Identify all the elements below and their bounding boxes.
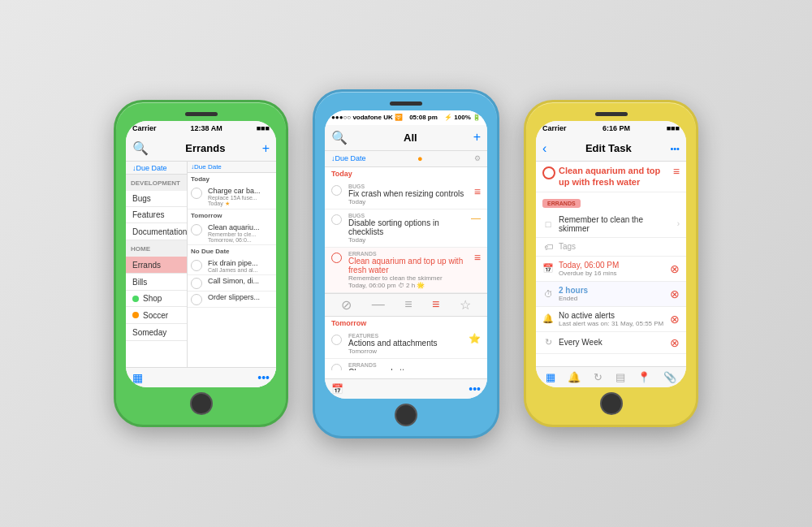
task-order-slippers[interactable]: Order slippers... (188, 292, 276, 308)
home-button-2[interactable] (395, 404, 417, 426)
toolbar-circle-icon[interactable]: ⊘ (341, 297, 352, 313)
time-1: 12:38 AM (191, 124, 222, 132)
battery-3: ■■■ (667, 124, 680, 132)
more-icon-1[interactable]: ••• (257, 371, 270, 384)
carrier-3: Carrier (542, 124, 567, 132)
add-button-1[interactable]: + (262, 141, 270, 156)
today-label-1: Today (188, 173, 276, 185)
task-fix-crash[interactable]: BUGS Fix crash when resizing controls To… (325, 180, 487, 210)
task-circle-8 (331, 253, 342, 263)
filter-label-right: ↓Due Date (188, 162, 276, 173)
soccer-color-dot (132, 312, 139, 318)
home-button-3[interactable] (600, 392, 623, 415)
tag-area: ERRANDS (536, 192, 686, 211)
task-menu-icon-3: ≡ (474, 251, 481, 264)
task-charge-car[interactable]: Charge car ba... Replace 15A fuse... Tod… (188, 185, 276, 210)
search-icon-2[interactable]: 🔍 (331, 130, 348, 145)
shop-color-dot (132, 296, 139, 302)
phone-3-screen: Carrier 6:16 PM ■■■ ‹ Edit Task ••• Clea… (536, 121, 686, 387)
task-disable-sorting[interactable]: BUGS Disable sorting options in checklis… (325, 210, 487, 248)
errands-tag: ERRANDS (542, 199, 581, 208)
task-circle-5 (191, 294, 202, 305)
battery-2: ⚡ 100% 🔋 (444, 114, 481, 121)
task-circle-7 (331, 214, 342, 225)
task-circle (191, 188, 202, 199)
task-main-title: Clean aquarium and top up with fresh wat… (559, 165, 670, 188)
duration-icon: ⏱ (542, 289, 554, 299)
checklist-icon[interactable]: ▦ (546, 371, 555, 383)
duration-row[interactable]: ⏱ 2 hours Ended ⊗ (536, 282, 686, 307)
bottom-bar-2: 📅 ••• (325, 378, 487, 399)
toolbar-minus-icon[interactable]: — (372, 297, 385, 312)
toolbar-list-red-icon[interactable]: ≡ (432, 297, 439, 312)
task-charge-car-2[interactable]: ERRANDS Charge car battery... (325, 359, 487, 370)
task-clean-aquarium-2[interactable]: ERRANDS Clean aquarium and top up with f… (325, 248, 487, 293)
attachment-icon[interactable]: 📎 (663, 371, 676, 383)
task-main-menu: ≡ (673, 165, 680, 178)
task-circle-10 (331, 364, 342, 370)
task-circle-6 (331, 185, 342, 196)
nav-bar-3: ‹ Edit Task ••• (536, 136, 686, 162)
phone-3: Carrier 6:16 PM ■■■ ‹ Edit Task ••• Clea… (524, 100, 698, 427)
search-icon-1[interactable]: 🔍 (132, 140, 149, 156)
repeat-delete-icon[interactable]: ⊗ (670, 336, 680, 349)
tomorrow-header-2: Tomorrow (325, 317, 487, 330)
tags-icon: 🏷 (542, 242, 554, 252)
filter-label-1[interactable]: ↓Due Date (132, 164, 167, 172)
add-button-2[interactable]: + (473, 130, 481, 145)
more-button-3[interactable]: ••• (670, 144, 680, 153)
task-circle-4 (191, 278, 202, 289)
tags-row[interactable]: 🏷 Tags (536, 238, 686, 257)
status-bar-2: ●●●○○ vodafone UK 🛜 05:08 pm ⚡ 100% 🔋 (325, 110, 487, 125)
toolbar-2: ⊘ — ≡ ≡ ☆ (325, 293, 487, 317)
notification-icon: ● (417, 153, 423, 163)
grid-icon-1[interactable]: ▦ (132, 371, 143, 384)
bottom-bar-1: ▦ ••• (126, 367, 276, 387)
date-row[interactable]: 📅 Today, 06:00 PM Overdue by 16 mins ⊗ (536, 257, 686, 282)
status-bar-1: Carrier 12:38 AM ■■■ (126, 121, 276, 136)
task-complete-circle[interactable] (542, 166, 555, 179)
task-title-area: Clean aquarium and top up with fresh wat… (536, 162, 686, 192)
date-delete-icon[interactable]: ⊗ (670, 262, 680, 275)
repeat-bottom-icon[interactable]: ↻ (594, 371, 603, 383)
home-button-1[interactable] (190, 392, 213, 415)
grid-bottom-icon[interactable]: ▤ (615, 371, 625, 383)
duration-delete-icon[interactable]: ⊗ (670, 287, 680, 300)
bottom-bar-3: ▦ 🔔 ↻ ▤ 📍 📎 (536, 366, 686, 387)
back-button-3[interactable]: ‹ (542, 141, 546, 156)
nav-title-2: All (404, 132, 417, 144)
task-call-simon[interactable]: Call Simon, di... (188, 275, 276, 292)
task-clean-aquarium[interactable]: Clean aquariu... Remember to cle... Tomo… (188, 222, 276, 245)
nav-bar-2: 🔍 All + (325, 125, 487, 151)
subtask-row[interactable]: □ Remember to clean the skimmer › (536, 211, 686, 238)
nav-bar-1: 🔍 Errands + (126, 136, 276, 162)
carrier-1: Carrier (132, 124, 157, 132)
nav-title-1: Errands (185, 142, 225, 154)
calendar-icon-2[interactable]: 📅 (331, 383, 343, 395)
alerts-row[interactable]: 🔔 No active alerts Last alert was on: 31… (536, 307, 686, 332)
task-circle-9 (331, 335, 342, 345)
phone-1-screen: Carrier 12:38 AM ■■■ 🔍 Errands + ↓Due Da… (126, 121, 276, 387)
no-due-date-label: No Due Date (188, 245, 276, 257)
repeat-icon: ↻ (542, 337, 554, 348)
repeat-row[interactable]: ↻ Every Week ⊗ (536, 332, 686, 354)
nav-title-3: Edit Task (585, 142, 632, 154)
settings-icon-2[interactable]: ⚙ (474, 154, 481, 162)
alerts-delete-icon[interactable]: ⊗ (670, 313, 680, 326)
toolbar-list-icon[interactable]: ≡ (404, 297, 412, 312)
subtask-arrow: › (677, 219, 680, 228)
speaker-2 (390, 102, 422, 106)
task-circle-2 (191, 224, 202, 235)
speaker-3 (595, 112, 628, 116)
today-header-2: Today (325, 167, 487, 180)
location-icon[interactable]: 📍 (637, 371, 650, 383)
more-icon-2[interactable]: ••• (469, 382, 481, 395)
task-fix-drain[interactable]: Fix drain pipe... Call James and al... (188, 257, 276, 275)
battery-1: ■■■ (257, 124, 270, 132)
tomorrow-label-1: Tomorrow (188, 210, 276, 222)
sort-label-2[interactable]: ↓Due Date (331, 154, 366, 162)
toolbar-star-icon[interactable]: ☆ (460, 297, 471, 313)
date-icon: 📅 (542, 263, 554, 274)
alert-bottom-icon[interactable]: 🔔 (568, 371, 581, 383)
task-actions[interactable]: FEATURES Actions and attachments Tomorro… (325, 330, 487, 359)
